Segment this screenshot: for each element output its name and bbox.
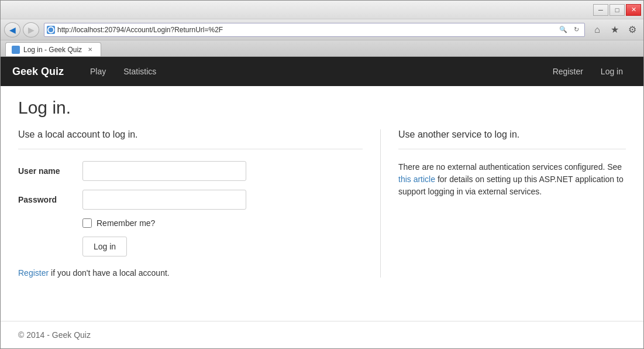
- footer: © 2014 - Geek Quiz: [1, 321, 643, 348]
- app-nav-links: Play Statistics: [81, 58, 165, 85]
- login-button-container: Log in: [18, 237, 363, 256]
- address-bar-container: 🔍 ↻: [44, 23, 585, 37]
- right-separator: [398, 149, 626, 149]
- app-content: Geek Quiz Play Statistics Register Log i…: [1, 57, 643, 348]
- nav-link-statistics[interactable]: Statistics: [115, 58, 165, 85]
- remember-me-group: Remember me?: [82, 218, 363, 228]
- tab-favicon: [12, 46, 20, 54]
- browser-window: ─ □ ✕ ◀ ▶ 🔍 ↻ ⌂ ★ ⚙ Log in - Geek Quiz ✕: [0, 0, 644, 349]
- refresh-icon[interactable]: ↻: [570, 24, 582, 36]
- register-link[interactable]: Register: [18, 268, 49, 278]
- favorites-button[interactable]: ★: [607, 23, 622, 37]
- password-group: Password: [18, 190, 363, 210]
- content-grid: Use a local account to log in. User name…: [18, 129, 626, 278]
- active-tab[interactable]: Log in - Geek Quiz ✕: [5, 42, 101, 56]
- address-bar-favicon: [47, 26, 55, 34]
- register-link-text: Register if you don't have a local accou…: [18, 268, 363, 278]
- app-nav-right: Register Log in: [544, 58, 632, 85]
- left-column: Use a local account to log in. User name…: [18, 129, 381, 278]
- nav-link-play[interactable]: Play: [81, 58, 115, 85]
- forward-button[interactable]: ▶: [23, 22, 39, 37]
- search-icon[interactable]: 🔍: [557, 24, 569, 36]
- username-label: User name: [18, 166, 82, 176]
- page-title: Log in.: [18, 98, 626, 118]
- title-bar: ─ □ ✕: [1, 1, 643, 19]
- restore-button[interactable]: □: [609, 4, 625, 16]
- tab-bar: Log in - Geek Quiz ✕: [1, 40, 643, 57]
- address-actions: 🔍 ↻: [557, 24, 582, 36]
- tab-title: Log in - Geek Quiz: [23, 46, 82, 54]
- app-navbar: Geek Quiz Play Statistics Register Log i…: [1, 57, 643, 86]
- remember-me-checkbox[interactable]: [82, 218, 92, 228]
- nav-bar: ◀ ▶ 🔍 ↻ ⌂ ★ ⚙: [1, 19, 643, 40]
- password-label: Password: [18, 195, 82, 204]
- nav-link-register[interactable]: Register: [544, 58, 592, 85]
- footer-text: © 2014 - Geek Quiz: [18, 330, 91, 340]
- tab-close-button[interactable]: ✕: [85, 45, 95, 54]
- nav-link-login[interactable]: Log in: [592, 58, 632, 85]
- local-account-title: Use a local account to log in.: [18, 129, 363, 140]
- login-button[interactable]: Log in: [82, 237, 127, 256]
- left-separator: [18, 149, 363, 149]
- external-text-1: There are no external authentication ser…: [398, 162, 622, 172]
- settings-button[interactable]: ⚙: [625, 23, 640, 37]
- home-button[interactable]: ⌂: [590, 23, 605, 37]
- external-service-title: Use another service to log in.: [398, 129, 626, 140]
- remember-me-label[interactable]: Remember me?: [97, 218, 155, 228]
- external-service-text: There are no external authentication ser…: [398, 161, 626, 198]
- minimize-button[interactable]: ─: [593, 4, 608, 16]
- username-group: User name: [18, 161, 363, 181]
- toolbar-right: ⌂ ★ ⚙: [590, 23, 640, 37]
- title-bar-buttons: ─ □ ✕: [593, 4, 641, 16]
- main-content: Log in. Use a local account to log in. U…: [1, 86, 643, 321]
- app-brand[interactable]: Geek Quiz: [12, 66, 64, 78]
- password-input[interactable]: [82, 190, 246, 210]
- username-input[interactable]: [82, 161, 246, 181]
- back-button[interactable]: ◀: [4, 22, 20, 37]
- address-input[interactable]: [57, 26, 557, 34]
- external-service-link[interactable]: this article: [398, 174, 435, 184]
- close-button[interactable]: ✕: [626, 4, 641, 16]
- register-suffix: if you don't have a local account.: [49, 268, 170, 278]
- right-column: Use another service to log in. There are…: [381, 129, 626, 278]
